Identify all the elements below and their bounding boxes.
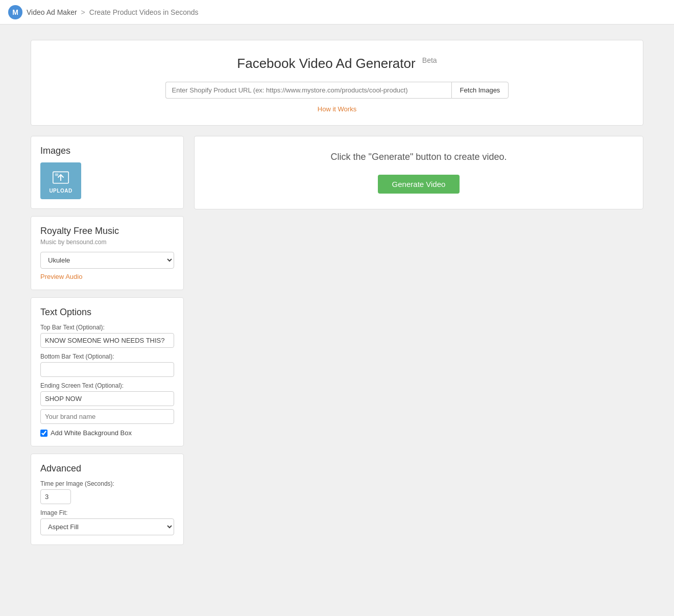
- ending-screen-input[interactable]: [40, 391, 174, 406]
- top-bar-input[interactable]: [40, 333, 174, 348]
- top-bar-label: Top Bar Text (Optional):: [40, 324, 174, 331]
- add-white-bg-label: Add White Background Box: [51, 429, 132, 437]
- bottom-bar-input[interactable]: [40, 362, 174, 377]
- music-track-select[interactable]: Ukulele Jazzy Frenchy Happy Rock Smile T…: [40, 252, 174, 269]
- image-fit-label: Image Fit:: [40, 509, 174, 516]
- topbar-title: Video Ad Maker: [27, 8, 77, 16]
- images-card: Images UPLOAD: [31, 136, 184, 209]
- advanced-card: Advanced Time per Image (Seconds): Image…: [31, 454, 184, 545]
- music-section-title: Royalty Free Music: [40, 226, 174, 236]
- image-fit-select[interactable]: Aspect Fill Aspect Fit Stretch: [40, 518, 174, 535]
- add-white-bg-checkbox[interactable]: [40, 430, 47, 437]
- generate-video-button[interactable]: Generate Video: [378, 175, 460, 194]
- images-section-title: Images: [40, 146, 174, 156]
- page-title: Facebook Video Ad Generator Beta: [41, 56, 633, 72]
- fetch-images-button[interactable]: Fetch Images: [451, 82, 509, 99]
- advanced-title: Advanced: [40, 463, 174, 474]
- ending-screen-label: Ending Screen Text (Optional):: [40, 382, 174, 389]
- generate-hint: Click the "Generate" button to create vi…: [205, 152, 633, 162]
- text-options-card: Text Options Top Bar Text (Optional): Bo…: [31, 297, 184, 446]
- shopify-url-input[interactable]: [165, 82, 451, 99]
- left-column: Images UPLOAD Royalty Free Music Music b…: [31, 136, 184, 545]
- time-per-image-input[interactable]: [40, 489, 71, 504]
- music-subtitle: Music by bensound.com: [40, 239, 174, 246]
- svg-rect-1: [55, 173, 58, 176]
- topbar: M Video Ad Maker > Create Product Videos…: [0, 0, 674, 25]
- how-it-works-link[interactable]: How it Works: [318, 105, 356, 113]
- beta-badge: Beta: [422, 56, 437, 64]
- hero-card: Facebook Video Ad Generator Beta Fetch I…: [31, 40, 643, 126]
- logo-icon: M: [8, 5, 22, 19]
- right-panel: Click the "Generate" button to create vi…: [194, 136, 643, 209]
- preview-audio-link[interactable]: Preview Audio: [40, 273, 82, 280]
- music-card: Royalty Free Music Music by bensound.com…: [31, 216, 184, 290]
- brand-name-input[interactable]: [40, 409, 174, 424]
- upload-button[interactable]: UPLOAD: [40, 162, 81, 199]
- main-content: Images UPLOAD Royalty Free Music Music b…: [31, 136, 643, 545]
- add-white-bg-row: Add White Background Box: [40, 429, 174, 437]
- upload-label: UPLOAD: [49, 188, 72, 194]
- bottom-bar-label: Bottom Bar Text (Optional):: [40, 353, 174, 360]
- url-row: Fetch Images: [41, 82, 633, 99]
- time-per-image-label: Time per Image (Seconds):: [40, 480, 174, 487]
- text-options-title: Text Options: [40, 307, 174, 318]
- topbar-subtitle: Create Product Videos in Seconds: [89, 8, 199, 16]
- upload-icon: [53, 169, 69, 185]
- page-wrapper: Facebook Video Ad Generator Beta Fetch I…: [0, 25, 674, 616]
- topbar-separator: >: [81, 8, 85, 16]
